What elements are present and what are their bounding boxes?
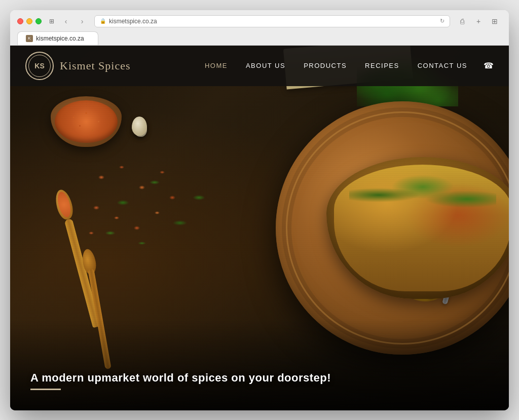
tab-favicon: K bbox=[26, 35, 33, 42]
security-icon: 🔒 bbox=[100, 18, 106, 24]
hero-tagline: A modern upmarket world of spices on you… bbox=[30, 371, 489, 390]
website-content: KS Kismet Spices HOME ABOUT US PRODUCTS … bbox=[10, 46, 509, 410]
new-tab-button[interactable]: + bbox=[471, 16, 486, 27]
hero-gradient-overlay bbox=[10, 319, 509, 410]
nav-products[interactable]: PRODUCTS bbox=[294, 46, 356, 86]
refresh-icon[interactable]: ↻ bbox=[440, 18, 444, 24]
extensions-button[interactable]: ⊞ bbox=[488, 16, 502, 27]
small-lentil-bowl bbox=[51, 96, 122, 147]
browser-controls: ⊞ ‹ › 🔒 kismetspice.co.za ↻ ⎙ + ⊞ bbox=[17, 15, 502, 27]
lentil-dots bbox=[55, 100, 118, 143]
site-logo[interactable]: KS Kismet Spices bbox=[25, 52, 131, 80]
spoon-lentils bbox=[55, 190, 73, 218]
tab-bar: K kismetspice.co.za bbox=[17, 31, 502, 45]
share-button[interactable]: ⎙ bbox=[455, 16, 469, 27]
url-text: kismetspice.co.za bbox=[109, 18, 157, 25]
herbs-on-soup bbox=[349, 175, 496, 215]
tagline-text: A modern upmarket world of spices on you… bbox=[30, 371, 489, 385]
scattered-herbs bbox=[91, 162, 218, 263]
bowl-content bbox=[55, 100, 118, 143]
forward-button[interactable]: › bbox=[75, 16, 89, 27]
nav-recipes[interactable]: RECIPES bbox=[356, 46, 409, 86]
nav-links: HOME ABOUT US PRODUCTS RECIPES CONTACT U… bbox=[196, 46, 494, 86]
traffic-lights bbox=[17, 18, 42, 24]
tab-title: kismetspice.co.za bbox=[36, 35, 84, 42]
soup-bowl bbox=[326, 157, 509, 299]
left-food-items bbox=[41, 86, 203, 339]
hero-section: A modern upmarket world of spices on you… bbox=[10, 46, 509, 410]
browser-actions: ⎙ + ⊞ bbox=[455, 16, 502, 27]
nav-contact[interactable]: CONTACT US bbox=[409, 46, 476, 86]
back-button[interactable]: ‹ bbox=[59, 16, 73, 27]
spoon-bowl bbox=[53, 187, 76, 221]
active-tab[interactable]: K kismetspice.co.za bbox=[17, 31, 98, 45]
site-navigation: KS Kismet Spices HOME ABOUT US PRODUCTS … bbox=[10, 46, 509, 86]
nav-home[interactable]: HOME bbox=[196, 46, 237, 86]
minimize-button[interactable] bbox=[26, 18, 32, 24]
garlic-decoration bbox=[132, 117, 152, 139]
maximize-button[interactable] bbox=[35, 18, 42, 24]
address-bar[interactable]: 🔒 kismetspice.co.za ↻ bbox=[94, 15, 450, 27]
nav-about[interactable]: ABOUT US bbox=[237, 46, 294, 86]
phone-icon[interactable]: ☎ bbox=[476, 46, 494, 86]
browser-chrome: ⊞ ‹ › 🔒 kismetspice.co.za ↻ ⎙ + ⊞ K kism… bbox=[10, 10, 509, 46]
browser-window: ⊞ ‹ › 🔒 kismetspice.co.za ↻ ⎙ + ⊞ K kism… bbox=[10, 10, 509, 410]
close-button[interactable] bbox=[17, 18, 23, 24]
soup-content bbox=[334, 165, 509, 291]
navigation-buttons: ⊞ ‹ › bbox=[47, 16, 89, 27]
tagline-underline bbox=[30, 389, 61, 390]
logo-text: Kismet Spices bbox=[60, 59, 131, 72]
logo-emblem: KS bbox=[25, 52, 54, 80]
window-grid-icon: ⊞ bbox=[47, 17, 57, 26]
logo-initials: KS bbox=[34, 62, 44, 70]
